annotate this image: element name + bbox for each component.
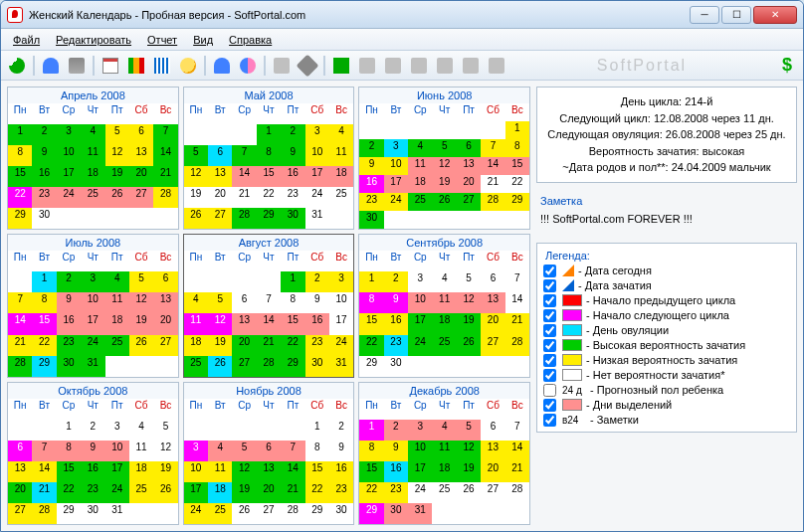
day-cell[interactable]: 10 [105, 441, 129, 461]
day-cell[interactable]: 21 [232, 187, 256, 208]
day-cell[interactable]: 2 [384, 271, 408, 292]
day-cell[interactable]: 8 [32, 292, 56, 313]
day-cell[interactable]: 18 [105, 313, 129, 334]
day-cell[interactable]: 16 [384, 461, 408, 482]
day-cell[interactable]: 30 [384, 503, 408, 524]
day-cell[interactable]: 26 [129, 335, 153, 356]
day-cell[interactable]: 22 [32, 335, 56, 356]
day-cell[interactable]: 17 [305, 166, 329, 187]
any2-button[interactable] [381, 54, 405, 78]
day-cell[interactable]: 5 [129, 271, 153, 292]
day-cell[interactable]: 30 [32, 208, 56, 229]
day-cell[interactable]: 4 [432, 271, 456, 292]
day-cell[interactable]: 7 [257, 292, 281, 313]
day-cell[interactable]: 31 [81, 356, 104, 377]
day-cell[interactable]: 3 [184, 441, 208, 461]
day-cell[interactable]: 31 [329, 356, 353, 377]
day-cell[interactable]: 1 [57, 420, 81, 441]
day-cell[interactable]: 1 [359, 271, 383, 292]
menu-file[interactable]: Файл [5, 32, 48, 48]
day-cell[interactable]: 29 [281, 356, 304, 377]
day-cell[interactable]: 28 [281, 503, 304, 524]
legend-checkbox[interactable] [543, 399, 556, 412]
maximize-button[interactable]: ☐ [721, 6, 751, 24]
refresh-button[interactable] [5, 54, 29, 78]
day-cell[interactable]: 11 [105, 292, 129, 313]
day-cell[interactable]: 20 [129, 166, 153, 187]
day-cell[interactable]: 21 [281, 482, 304, 503]
legend-checkbox[interactable] [543, 309, 556, 322]
day-cell[interactable]: 11 [208, 461, 232, 482]
day-cell[interactable]: 28 [153, 187, 177, 208]
day-cell[interactable]: 29 [8, 208, 32, 229]
day-cell[interactable]: 1 [505, 121, 529, 139]
day-cell[interactable]: 18 [81, 166, 104, 187]
day-cell[interactable]: 26 [184, 208, 208, 229]
any3-button[interactable] [407, 54, 431, 78]
day-cell[interactable]: 20 [457, 175, 481, 193]
day-cell[interactable]: 17 [57, 166, 81, 187]
day-cell[interactable]: 9 [384, 292, 408, 313]
day-cell[interactable]: 28 [232, 208, 256, 229]
day-cell[interactable]: 23 [57, 335, 81, 356]
day-cell[interactable]: 12 [457, 292, 481, 313]
day-cell[interactable]: 22 [281, 335, 304, 356]
day-cell[interactable]: 19 [184, 187, 208, 208]
day-cell[interactable]: 9 [359, 157, 383, 175]
day-cell[interactable]: 19 [432, 175, 456, 193]
day-cell[interactable]: 11 [432, 441, 456, 461]
day-cell[interactable]: 24 [184, 503, 208, 524]
day-cell[interactable]: 29 [32, 356, 56, 377]
day-cell[interactable]: 22 [57, 482, 81, 503]
day-cell[interactable]: 15 [305, 461, 329, 482]
day-cell[interactable]: 8 [257, 145, 281, 166]
day-cell[interactable]: 16 [32, 166, 56, 187]
day-cell[interactable]: 12 [208, 313, 232, 334]
menu-help[interactable]: Справка [221, 32, 280, 48]
day-cell[interactable]: 13 [232, 313, 256, 334]
day-cell[interactable]: 30 [384, 356, 408, 377]
day-cell[interactable]: 26 [153, 482, 177, 503]
day-cell[interactable]: 16 [57, 313, 81, 334]
day-cell[interactable]: 3 [57, 124, 81, 145]
day-cell[interactable]: 26 [208, 356, 232, 377]
day-cell[interactable]: 4 [129, 420, 153, 441]
day-cell[interactable]: 12 [105, 145, 129, 166]
legend-checkbox[interactable] [543, 339, 556, 352]
day-cell[interactable]: 29 [359, 356, 383, 377]
day-cell[interactable]: 21 [153, 166, 177, 187]
day-cell[interactable]: 2 [57, 271, 81, 292]
day-cell[interactable]: 5 [432, 139, 456, 157]
day-cell[interactable]: 17 [408, 313, 432, 334]
any6-button[interactable] [485, 54, 508, 78]
day-cell[interactable]: 27 [232, 356, 256, 377]
day-cell[interactable]: 30 [57, 356, 81, 377]
day-cell[interactable]: 10 [305, 145, 329, 166]
day-cell[interactable]: 6 [153, 271, 177, 292]
day-cell[interactable]: 28 [257, 356, 281, 377]
day-cell[interactable]: 14 [8, 313, 32, 334]
day-cell[interactable]: 22 [257, 187, 281, 208]
day-cell[interactable]: 7 [32, 441, 56, 461]
day-cell[interactable]: 4 [208, 441, 232, 461]
day-cell[interactable]: 2 [359, 139, 383, 157]
day-cell[interactable]: 27 [481, 482, 504, 503]
day-cell[interactable]: 5 [208, 292, 232, 313]
day-cell[interactable]: 28 [481, 193, 504, 211]
day-cell[interactable]: 25 [105, 335, 129, 356]
day-cell[interactable]: 9 [81, 441, 104, 461]
day-cell[interactable]: 28 [32, 503, 56, 524]
legend-checkbox[interactable] [543, 384, 556, 397]
buy-button[interactable]: $ [775, 54, 799, 78]
day-cell[interactable]: 15 [359, 461, 383, 482]
day-cell[interactable]: 16 [81, 461, 104, 482]
day-cell[interactable]: 12 [232, 461, 256, 482]
day-cell[interactable]: 2 [305, 271, 329, 292]
day-cell[interactable]: 16 [359, 175, 383, 193]
add-user-button[interactable] [210, 54, 234, 78]
day-cell[interactable]: 27 [481, 335, 504, 356]
day-cell[interactable]: 20 [153, 313, 177, 334]
day-cell[interactable]: 11 [432, 292, 456, 313]
any1-button[interactable] [355, 54, 379, 78]
day-cell[interactable]: 5 [457, 271, 481, 292]
